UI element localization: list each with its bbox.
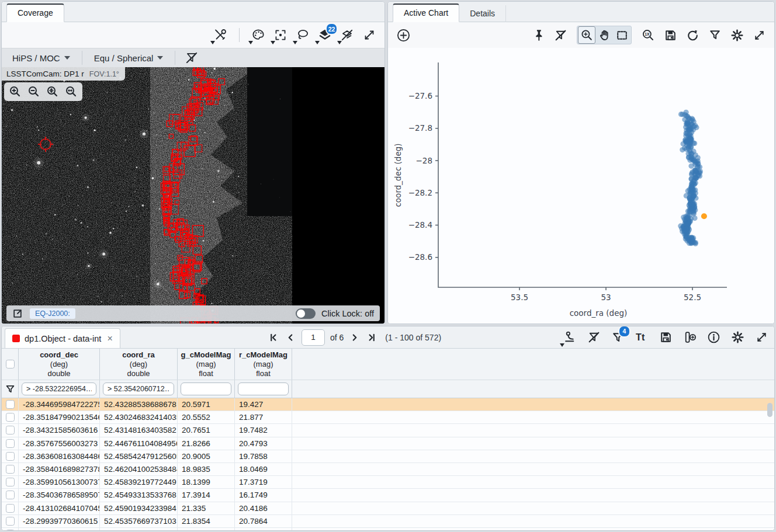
table-cell: -28.363608163084486 (19, 450, 100, 463)
column-header[interactable]: coord_dec (deg) double (19, 349, 100, 380)
chart-toolbar: 1X (388, 22, 774, 48)
row-checkbox[interactable] (2, 502, 19, 514)
table-row-partial[interactable] (2, 528, 774, 531)
zoom-1x-icon[interactable]: 1X (640, 27, 656, 43)
table-row[interactable]: -28.35184799021354652.43024683241403520.… (2, 411, 774, 424)
row-checkbox[interactable] (2, 398, 19, 411)
table-row[interactable]: -28.35991056130073752.4583921977244918.1… (2, 476, 774, 489)
zoom-in-icon[interactable] (7, 84, 23, 100)
table-row[interactable]: -28.3576755600327352.44676110408495621.8… (2, 437, 774, 450)
filter-icon[interactable] (706, 27, 723, 43)
table-cell: 20.7864 (235, 515, 292, 527)
tab-coverage[interactable]: Coverage (6, 4, 64, 22)
filter-input-g-cmodelmag[interactable] (181, 383, 231, 395)
tools-icon[interactable] (212, 27, 228, 43)
expand-icon[interactable] (753, 329, 770, 346)
pan-icon[interactable] (596, 27, 612, 43)
row-checkbox[interactable] (2, 489, 19, 501)
prev-page-button[interactable] (285, 329, 296, 346)
coverage-tabbar: Coverage (2, 2, 384, 22)
table-row[interactable]: -28.3432158560361652.4314816340358220.76… (2, 424, 774, 437)
zoom-out-icon[interactable] (26, 84, 42, 100)
analysis-icon[interactable] (562, 329, 578, 346)
table-cell: 18.1399 (178, 476, 235, 488)
save-icon[interactable] (657, 329, 674, 346)
filter-input-coord-dec[interactable] (22, 383, 96, 395)
filter-icon[interactable]: 4 (609, 329, 626, 346)
fov-label: FOV:1.1° (89, 70, 119, 78)
table-row[interactable]: -28.41310268410704552.4590193423398421.3… (2, 502, 774, 515)
column-header[interactable]: g_cModelMag (mag) float (178, 349, 235, 380)
gear-icon[interactable] (729, 27, 745, 43)
table-cell: 52.45357669737103 (100, 515, 178, 527)
table-cell: 19.427 (235, 398, 292, 411)
sky-image[interactable] (2, 67, 384, 324)
table-row[interactable]: -28.35403678658950752.4549331353376817.3… (2, 489, 774, 502)
table-panel: dp1.Object - data-int × of 6 (1 - 100 (1, 326, 775, 531)
table-cell: 52.43288538688678 (100, 398, 178, 411)
filter-input-r-cmodelmag[interactable] (238, 383, 289, 395)
page-input[interactable] (302, 329, 325, 346)
column-header[interactable]: coord_ra (deg) double (100, 349, 178, 380)
table-cell: -28.351847990213546 (19, 411, 100, 423)
save-icon[interactable] (662, 27, 678, 43)
table-cell: -28.354036786589507 (19, 489, 100, 501)
sky-viewer[interactable]: LSSTComCam: DP1 r FOV:1.1° (2, 67, 384, 324)
table-cell: -28.29939770360615 (19, 515, 100, 527)
filter-input-coord-ra[interactable] (103, 383, 174, 395)
expand-icon[interactable] (751, 27, 767, 43)
open-in-new-window-icon[interactable] (11, 307, 24, 320)
pagination: of 6 (1 - 100 of 572) (268, 326, 441, 348)
row-checkbox[interactable] (2, 515, 19, 527)
table-cell: 17.3914 (178, 489, 235, 501)
refresh-icon[interactable] (684, 27, 701, 43)
palette-icon[interactable] (250, 27, 266, 43)
layers-off-icon[interactable] (339, 27, 355, 43)
gear-icon[interactable] (729, 329, 746, 346)
click-lock-toggle[interactable] (296, 308, 316, 319)
add-chart-icon[interactable] (395, 27, 411, 43)
last-page-button[interactable] (366, 329, 377, 346)
pin-icon[interactable] (530, 27, 546, 43)
lasso-icon[interactable] (295, 27, 311, 43)
text-view-icon[interactable]: Tt (633, 329, 650, 346)
svg-text:−28.4: −28.4 (408, 220, 432, 230)
layers-icon[interactable]: 22 (317, 27, 333, 43)
svg-text:53.5: 53.5 (511, 293, 528, 302)
table-row[interactable]: -28.2993977036061552.4535766973710321.83… (2, 515, 774, 528)
filter-off-icon[interactable] (586, 329, 602, 346)
tab-details[interactable]: Details (459, 5, 506, 22)
chevron-down-icon (157, 56, 163, 60)
tab-active-chart[interactable]: Active Chart (393, 4, 459, 22)
row-checkbox[interactable] (2, 463, 19, 475)
expand-icon[interactable] (361, 27, 377, 43)
row-checkbox[interactable] (2, 450, 19, 463)
table-row[interactable]: -28.35840168982737852.46204100253848418.… (2, 463, 774, 476)
add-column-icon[interactable] (681, 329, 698, 346)
next-page-button[interactable] (349, 329, 361, 346)
row-checkbox[interactable] (2, 437, 19, 450)
info-icon[interactable] (705, 329, 722, 346)
zoom-fill-icon[interactable] (63, 84, 79, 100)
table-scrollbar-thumb[interactable] (767, 403, 772, 417)
filter-off-icon[interactable] (552, 27, 569, 43)
zoom-in-icon[interactable] (578, 27, 595, 43)
filter-off-icon[interactable] (183, 50, 200, 66)
close-icon[interactable]: × (107, 333, 112, 344)
table-header-row: coord_dec (deg) double coord_ra (deg) do… (2, 349, 774, 380)
table-tab[interactable]: dp1.Object - data-int × (5, 328, 120, 348)
zoom-fit-icon[interactable] (44, 84, 61, 100)
first-page-button[interactable] (268, 329, 279, 346)
recenter-icon[interactable] (272, 27, 289, 43)
table-row[interactable]: -28.36360816308448652.45854247912560520.… (2, 450, 774, 463)
table-row[interactable]: -28.34469598472227552.4328853868867820.5… (2, 398, 774, 411)
scatter-chart[interactable]: −27.6−27.8−28−28.2−28.4−28.653.55352.5co… (388, 48, 774, 324)
select-all-checkbox[interactable] (2, 349, 19, 380)
row-checkbox[interactable] (2, 476, 19, 488)
projection-dropdown[interactable]: Equ / Spherical (91, 53, 167, 63)
row-checkbox[interactable] (2, 411, 19, 423)
column-header[interactable]: r_cModelMag (mag) float (235, 349, 292, 380)
hips-moc-dropdown[interactable]: HiPS / MOC (9, 53, 74, 63)
row-checkbox[interactable] (2, 424, 19, 436)
select-area-icon[interactable] (614, 27, 630, 43)
